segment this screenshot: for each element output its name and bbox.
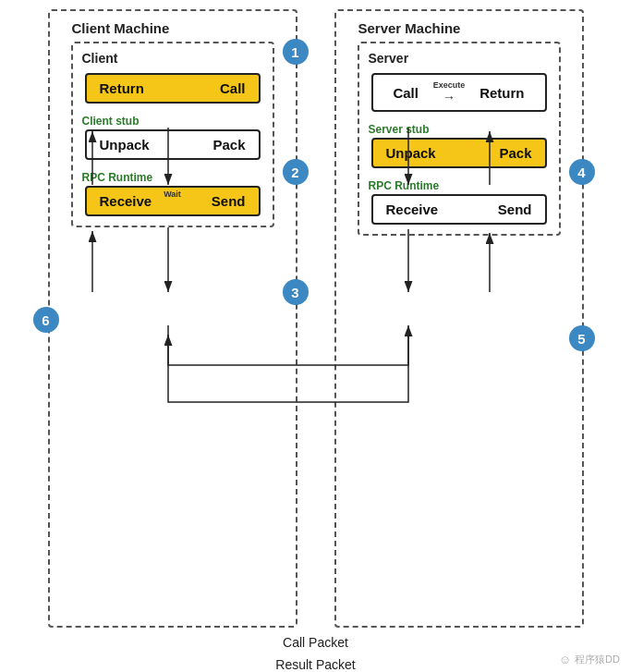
client-machine: Client Machine Client Return Call Client… [48, 9, 297, 628]
client-return-label: Return [100, 80, 144, 96]
server-return-label: Return [479, 85, 524, 101]
badge-2: 2 [283, 159, 309, 185]
badge-5: 5 [569, 325, 595, 351]
server-call-label: Call [393, 85, 419, 101]
client-receive-send-box: Receive Wait Send [85, 186, 261, 216]
client-stub-label: Client stub [82, 115, 140, 128]
watermark: ☺ 程序猿DD [559, 653, 620, 666]
badge-1: 1 [283, 39, 309, 65]
server-unpack-pack-box: Unpack Pack [371, 138, 547, 168]
badge-3: 3 [283, 279, 309, 305]
server-receive-send-box: Receive Send [371, 194, 547, 225]
client-send-label: Send [212, 193, 246, 209]
diagram-container: Client Machine Client Return Call Client… [0, 0, 631, 672]
server-receive-label: Receive [386, 202, 439, 217]
client-unpack-label: Unpack [100, 137, 150, 153]
client-return-call-box: Return Call [85, 73, 261, 104]
server-inner-title: Server [369, 51, 409, 66]
result-packet-label: Result Packet [275, 657, 355, 672]
server-unpack-label: Unpack [386, 145, 436, 161]
server-pack-label: Pack [499, 145, 531, 161]
client-inner-title: Client [82, 51, 118, 66]
client-call-label: Call [220, 80, 246, 96]
server-send-label: Send [498, 202, 532, 217]
server-stub-label: Server stub [369, 123, 430, 136]
server-machine-title: Server Machine [349, 20, 461, 36]
badge-4: 4 [569, 159, 595, 185]
machines-row: Client Machine Client Return Call Client… [0, 9, 631, 628]
client-pack-label: Pack [212, 137, 245, 153]
client-wait-label: Wait [164, 189, 181, 199]
client-receive-label: Receive [100, 193, 152, 209]
client-machine-title: Client Machine [63, 20, 170, 36]
server-execute-label: Execute → [433, 80, 466, 104]
client-unpack-pack-box: Unpack Pack [85, 129, 261, 160]
call-packet-label: Call Packet [283, 635, 348, 650]
packet-labels: Call Packet Result Packet [0, 631, 631, 672]
server-runtime-label: RPC Runtime [369, 179, 440, 192]
client-inner-box: Client Return Call Client stub Unpack Pa… [71, 42, 274, 227]
badge-6: 6 [33, 307, 59, 333]
server-machine: Server Machine Server Call Execute → Ret… [334, 9, 584, 628]
watermark-text: 程序猿DD [575, 653, 620, 666]
client-runtime-label: RPC Runtime [82, 171, 153, 184]
server-call-return-box: Call Execute → Return [371, 73, 547, 112]
server-inner-box: Server Call Execute → Return Server stub… [358, 42, 561, 236]
